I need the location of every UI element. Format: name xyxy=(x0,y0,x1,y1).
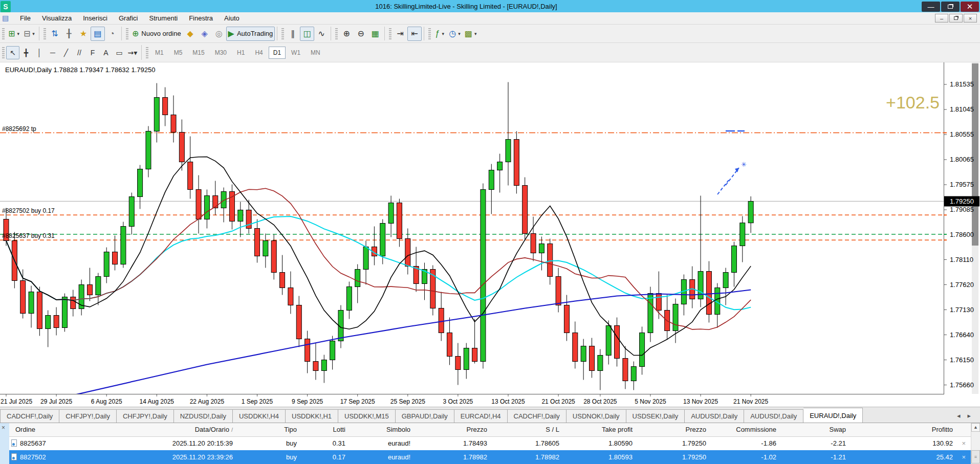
community-button[interactable]: ◈ xyxy=(198,27,212,41)
vertical-line-tool-button[interactable]: │ xyxy=(33,46,46,59)
toolbar-group-handle[interactable] xyxy=(335,28,338,39)
chart-tab-5[interactable]: USDDKK!,H1 xyxy=(286,409,338,423)
scroll-up-icon[interactable]: ▲ xyxy=(971,423,980,432)
zoom-in-button[interactable]: ⊕ xyxy=(339,27,354,41)
timeframe-mn-button[interactable]: MN xyxy=(306,47,325,59)
templates-button[interactable]: ▩▾ xyxy=(463,27,479,41)
chart-tab-3[interactable]: NZDUSD!,Daily xyxy=(174,409,233,423)
chart-tab-12[interactable]: AUDUSD!,Daily xyxy=(685,409,744,423)
menu-item-grafici[interactable]: Grafici xyxy=(113,13,144,24)
column-header-5[interactable]: Prezzo xyxy=(416,423,492,436)
periods-button[interactable]: ◷▾ xyxy=(447,27,463,41)
menu-item-file[interactable]: File xyxy=(14,13,36,24)
terminal-scrollbar[interactable]: ▲ ≡ xyxy=(971,423,980,464)
menu-item-inserisci[interactable]: Inserisci xyxy=(77,13,113,24)
timeframe-m1-button[interactable]: M1 xyxy=(150,47,168,59)
data-window-button[interactable]: ╂ xyxy=(62,27,76,41)
zoom-out-button[interactable]: ⊖ xyxy=(354,27,368,41)
metaeditor-button[interactable]: ◆ xyxy=(183,27,198,41)
mdi-close-button[interactable]: × xyxy=(964,14,977,23)
chart-tab-11[interactable]: USDSEK!,Daily xyxy=(626,409,685,423)
toolbar-group-handle[interactable] xyxy=(428,28,431,39)
chart-tab-2[interactable]: CHFJPY!,Daily xyxy=(117,409,174,423)
chart-line-button[interactable]: ∿ xyxy=(314,27,329,41)
new-chart-button[interactable]: ⊞▾ xyxy=(6,27,21,41)
auto-scroll-button[interactable]: ⇥ xyxy=(393,27,407,41)
chart-tab-4[interactable]: USDDKK!,H4 xyxy=(233,409,286,423)
fibonacci-tool-button[interactable]: F xyxy=(86,46,99,59)
scroll-thumb[interactable]: ≡ xyxy=(971,450,980,463)
timeframe-h1-button[interactable]: H1 xyxy=(232,47,249,59)
chart-bars-button[interactable]: ∥ xyxy=(286,27,300,41)
toolbar-group-handle[interactable] xyxy=(43,28,46,39)
chart-tab-14[interactable]: EURAUD!,Daily xyxy=(803,408,863,423)
price-chart[interactable]: #8825692 tp#8827502 buy 0.17#8825637 buy… xyxy=(0,62,980,407)
timeframe-d1-button[interactable]: D1 xyxy=(269,47,286,59)
close-position-icon[interactable]: × xyxy=(959,439,966,447)
chart-tab-6[interactable]: USDDKK!,M15 xyxy=(338,409,396,423)
chart-tab-1[interactable]: CHFJPY!,Daily xyxy=(59,409,117,423)
label-tool-button[interactable]: ▭ xyxy=(113,46,126,59)
toolbar-group-handle[interactable] xyxy=(2,28,5,39)
timeframe-m15-button[interactable]: M15 xyxy=(188,47,209,59)
chart-tab-9[interactable]: CADCHF!,Daily xyxy=(508,409,567,423)
cursor-tool-button[interactable]: ↖ xyxy=(6,46,19,59)
menu-item-strumenti[interactable]: Strumenti xyxy=(144,13,184,24)
column-header-3[interactable]: Lotti xyxy=(302,423,351,436)
toolbar-group-handle[interactable] xyxy=(389,28,391,39)
chart-tab-0[interactable]: CADCHF!,Daily xyxy=(0,409,59,423)
terminal-close-button[interactable]: × xyxy=(2,424,5,431)
column-header-0[interactable]: Ordine xyxy=(9,423,159,436)
chart-area[interactable]: EURAUD!,Daily 1.78828 1.79347 1.78632 1.… xyxy=(0,62,980,407)
timeframe-h4-button[interactable]: H4 xyxy=(250,47,267,59)
timeframe-m30-button[interactable]: M30 xyxy=(210,47,231,59)
chart-candles-button[interactable]: ◫ xyxy=(300,27,314,41)
column-header-8[interactable]: Prezzo xyxy=(638,423,711,436)
column-header-9[interactable]: Commissione xyxy=(711,423,781,436)
tile-windows-button[interactable]: ▦ xyxy=(368,27,382,41)
indicators-button[interactable]: ƒ▾ xyxy=(432,27,447,41)
navigator-button[interactable]: ★ xyxy=(76,27,91,41)
profiles-button[interactable]: ⊟▾ xyxy=(21,27,37,41)
crosshair-tool-button[interactable]: ╋ xyxy=(19,46,33,59)
column-header-7[interactable]: Take profit xyxy=(564,423,638,436)
tab-scroll-right-icon[interactable]: ▸ xyxy=(967,412,971,419)
minimize-button[interactable]: — xyxy=(922,2,940,12)
text-tool-button[interactable]: A xyxy=(99,46,113,59)
new-order-button[interactable]: ⊕Nuovo ordine xyxy=(130,27,183,41)
close-button[interactable]: ✕ xyxy=(961,2,979,12)
chart-tab-10[interactable]: USDNOK!,Daily xyxy=(567,409,626,423)
chart-scroll-thumb[interactable] xyxy=(972,63,978,246)
chart-tab-7[interactable]: GBPAUD!,Daily xyxy=(396,409,454,423)
column-header-1[interactable]: Data/Orario/ xyxy=(159,423,238,436)
table-row-order-8827502[interactable]: 88275022025.11.20 23:39:26buy0.17euraud!… xyxy=(9,450,971,464)
horizontal-line-tool-button[interactable]: ─ xyxy=(46,46,59,59)
drawn-star-icon[interactable]: ✳ xyxy=(741,161,747,168)
column-header-11[interactable]: Profitto xyxy=(851,423,958,436)
column-header-4[interactable]: Simbolo xyxy=(351,423,416,436)
equidistant-channel-tool-button[interactable]: // xyxy=(73,46,86,59)
mdi-restore-button[interactable] xyxy=(949,14,963,23)
market-watch-button[interactable]: ⇅ xyxy=(48,27,62,41)
toolbar-group-handle[interactable] xyxy=(126,28,128,39)
terminal-button[interactable]: ▤ xyxy=(91,27,105,41)
timeframe-w1-button[interactable]: W1 xyxy=(287,47,305,59)
column-header-2[interactable]: Tipo xyxy=(238,423,302,436)
autotrading-status-button[interactable]: ◎ xyxy=(212,27,226,41)
chart-tab-8[interactable]: EURCAD!,H4 xyxy=(454,409,508,423)
menu-item-aiuto[interactable]: Aiuto xyxy=(219,13,245,24)
strategy-tester-button[interactable]: ◔ xyxy=(105,27,119,41)
column-header-6[interactable]: S / L xyxy=(492,423,564,436)
column-header-10[interactable]: Swap xyxy=(781,423,851,436)
autotrading-button[interactable]: ▶AutoTrading xyxy=(226,27,275,41)
trendline-tool-button[interactable]: ╱ xyxy=(59,46,73,59)
timeframe-m5-button[interactable]: M5 xyxy=(169,47,187,59)
toolbar-group-handle[interactable] xyxy=(2,47,5,58)
toolbar-group-handle[interactable] xyxy=(146,47,148,58)
restore-button[interactable] xyxy=(941,2,960,12)
menu-item-finestra[interactable]: Finestra xyxy=(183,13,219,24)
chart-tab-13[interactable]: AUDUSD!,Daily xyxy=(744,409,803,423)
tab-scroll-left-icon[interactable]: ◂ xyxy=(957,412,961,419)
toolbar-group-handle[interactable] xyxy=(281,28,284,39)
close-position-icon[interactable]: × xyxy=(959,453,966,461)
